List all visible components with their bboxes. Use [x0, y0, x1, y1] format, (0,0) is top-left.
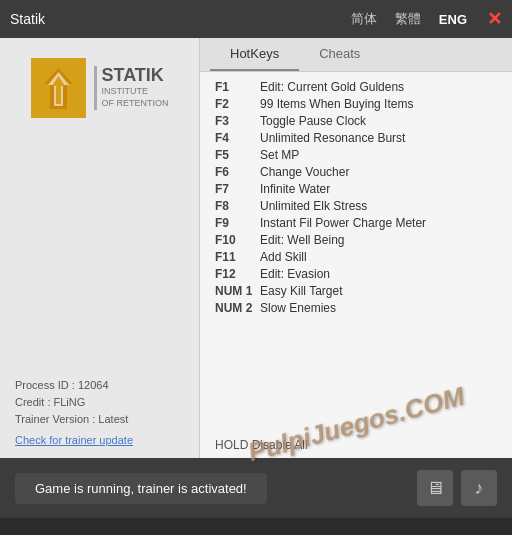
- hotkeys-list: F1Edit: Current Gold GuldensF299 Items W…: [200, 72, 512, 434]
- hotkey-key: F11: [215, 250, 260, 264]
- hotkey-row: F3Toggle Pause Clock: [215, 114, 497, 128]
- sidebar-info: Process ID : 12064 Credit : FLiNG Traine…: [10, 379, 189, 448]
- hotkey-key: F12: [215, 267, 260, 281]
- hotkey-row: F5Set MP: [215, 148, 497, 162]
- right-panel: HotKeys Cheats F1Edit: Current Gold Guld…: [200, 38, 512, 458]
- logo-title: STATIK: [94, 66, 169, 86]
- music-icon-button[interactable]: ♪: [461, 470, 497, 506]
- logo-area: STATIK INSTITUTE OF RETENTION: [31, 58, 169, 118]
- hotkey-key: F1: [215, 80, 260, 94]
- hotkey-key: F2: [215, 97, 260, 111]
- hotkey-row: F10Edit: Well Being: [215, 233, 497, 247]
- left-sidebar: STATIK INSTITUTE OF RETENTION Process ID…: [0, 38, 200, 458]
- hotkey-desc: Toggle Pause Clock: [260, 114, 366, 128]
- hotkey-desc: Edit: Current Gold Guldens: [260, 80, 404, 94]
- title-bar: Statik 简体 繁體 ENG ✕: [0, 0, 512, 38]
- trainer-version: Trainer Version : Latest: [15, 413, 184, 425]
- hotkey-key: NUM 2: [215, 301, 260, 315]
- monitor-icon: 🖥: [426, 478, 444, 499]
- hotkey-desc: 99 Items When Buying Items: [260, 97, 413, 111]
- hotkey-row: F6Change Voucher: [215, 165, 497, 179]
- hotkey-row: F299 Items When Buying Items: [215, 97, 497, 111]
- logo-text: STATIK INSTITUTE OF RETENTION: [94, 66, 169, 109]
- hotkey-desc: Infinite Water: [260, 182, 330, 196]
- hotkey-key: F6: [215, 165, 260, 179]
- tab-cheats[interactable]: Cheats: [299, 38, 380, 71]
- hotkey-key: F9: [215, 216, 260, 230]
- hotkey-row: NUM 2Slow Enemies: [215, 301, 497, 315]
- hotkey-desc: Edit: Evasion: [260, 267, 330, 281]
- hotkey-key: F5: [215, 148, 260, 162]
- status-icons: 🖥 ♪: [417, 470, 497, 506]
- hotkey-desc: Slow Enemies: [260, 301, 336, 315]
- hotkey-row: F4Unlimited Resonance Burst: [215, 131, 497, 145]
- hotkey-row: F11Add Skill: [215, 250, 497, 264]
- monitor-icon-button[interactable]: 🖥: [417, 470, 453, 506]
- hotkey-row: F9Instant Fil Power Charge Meter: [215, 216, 497, 230]
- hotkey-desc: Unlimited Elk Stress: [260, 199, 367, 213]
- credit: Credit : FLiNG: [15, 396, 184, 408]
- hotkey-key: F4: [215, 131, 260, 145]
- hotkey-desc: Edit: Well Being: [260, 233, 345, 247]
- hotkey-key: NUM 1: [215, 284, 260, 298]
- hotkey-row: F1Edit: Current Gold Guldens: [215, 80, 497, 94]
- window-title: Statik: [10, 11, 45, 27]
- hold-disable-all: HOLD Disable All: [200, 434, 512, 458]
- hotkey-desc: Easy Kill Target: [260, 284, 342, 298]
- hotkey-key: F3: [215, 114, 260, 128]
- hotkey-row: F8Unlimited Elk Stress: [215, 199, 497, 213]
- hotkey-row: F7Infinite Water: [215, 182, 497, 196]
- hotkey-row: F12Edit: Evasion: [215, 267, 497, 281]
- status-bar: Game is running, trainer is activated! 🖥…: [0, 458, 512, 518]
- hotkey-desc: Add Skill: [260, 250, 307, 264]
- lang-simplified[interactable]: 简体: [347, 8, 381, 30]
- hotkey-desc: Change Voucher: [260, 165, 349, 179]
- hotkey-key: F10: [215, 233, 260, 247]
- music-icon: ♪: [475, 478, 484, 499]
- logo-icon: [31, 58, 86, 118]
- trainer-update-link[interactable]: Check for trainer update: [15, 434, 133, 446]
- hotkey-row: NUM 1Easy Kill Target: [215, 284, 497, 298]
- hotkey-desc: Instant Fil Power Charge Meter: [260, 216, 426, 230]
- tabs: HotKeys Cheats: [200, 38, 512, 72]
- close-button[interactable]: ✕: [487, 8, 502, 30]
- lang-english[interactable]: ENG: [435, 10, 471, 29]
- logo-subtitle: INSTITUTE OF RETENTION: [94, 86, 169, 109]
- lang-traditional[interactable]: 繁體: [391, 8, 425, 30]
- process-id: Process ID : 12064: [15, 379, 184, 391]
- hotkey-key: F8: [215, 199, 260, 213]
- tab-hotkeys[interactable]: HotKeys: [210, 38, 299, 71]
- main-content: STATIK INSTITUTE OF RETENTION Process ID…: [0, 38, 512, 458]
- language-controls: 简体 繁體 ENG ✕: [347, 8, 502, 30]
- status-message: Game is running, trainer is activated!: [15, 473, 267, 504]
- hotkey-desc: Unlimited Resonance Burst: [260, 131, 405, 145]
- hotkey-key: F7: [215, 182, 260, 196]
- logo-svg: [41, 66, 76, 111]
- hotkey-desc: Set MP: [260, 148, 299, 162]
